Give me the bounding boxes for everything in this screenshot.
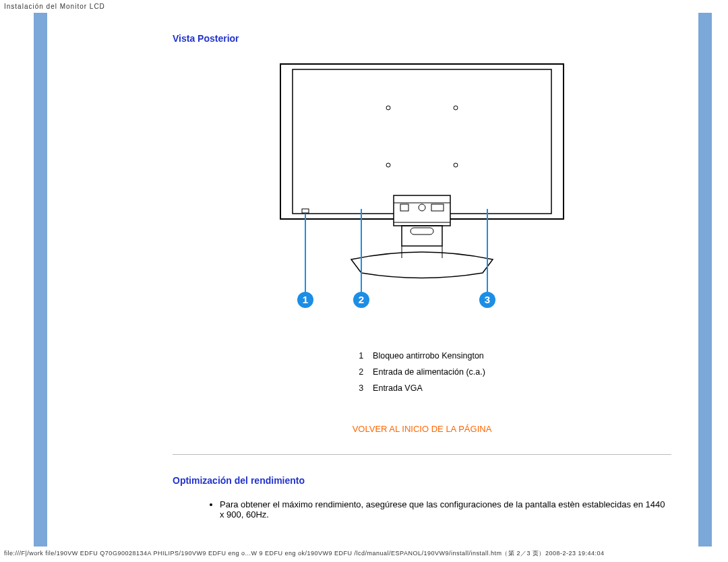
right-blue-bar xyxy=(698,13,712,547)
legend-table: 1 Bloqueo antirrobo Kensington 2 Entrada… xyxy=(353,347,491,397)
svg-point-4 xyxy=(386,163,390,167)
legend-text: Entrada de alimentación (c.a.) xyxy=(369,365,489,379)
left-blue-bar xyxy=(34,13,47,547)
list-item: Para obtener el máximo rendimiento, aseg… xyxy=(220,499,671,520)
legend-num: 3 xyxy=(355,381,367,396)
table-row: 1 Bloqueo antirrobo Kensington xyxy=(355,348,489,363)
svg-text:1: 1 xyxy=(303,294,308,305)
table-row: 3 Entrada VGA xyxy=(355,381,489,396)
left-margin xyxy=(0,13,34,547)
return-to-top-link[interactable]: VOLVER AL INICIO DE LA PÁGINA xyxy=(173,424,671,434)
svg-rect-13 xyxy=(411,228,433,235)
svg-point-5 xyxy=(454,163,458,167)
legend-text: Bloqueo antirrobo Kensington xyxy=(369,348,489,363)
left-gap xyxy=(47,13,173,547)
notes-list: Para obtener el máximo rendimiento, aseg… xyxy=(193,499,671,520)
right-margin xyxy=(712,13,728,547)
svg-rect-1 xyxy=(293,69,551,214)
monitor-rear-diagram: 1 2 3 xyxy=(240,57,604,327)
section-title-optimizacion: Optimización del rendimiento xyxy=(173,475,671,486)
page-header: Instalación del Monitor LCD xyxy=(0,0,728,13)
legend-num: 2 xyxy=(355,365,367,379)
svg-text:2: 2 xyxy=(359,294,364,305)
divider xyxy=(173,454,671,455)
section-title-vista-posterior: Vista Posterior xyxy=(173,33,671,44)
svg-rect-14 xyxy=(402,226,442,246)
page-body: Vista Posterior xyxy=(0,13,728,547)
legend-num: 1 xyxy=(355,348,367,363)
svg-point-2 xyxy=(386,106,390,110)
svg-point-3 xyxy=(454,106,458,110)
legend-text: Entrada VGA xyxy=(369,381,489,396)
content-area: Vista Posterior xyxy=(173,13,698,547)
table-row: 2 Entrada de alimentación (c.a.) xyxy=(355,365,489,379)
svg-rect-6 xyxy=(302,209,309,213)
svg-text:3: 3 xyxy=(485,294,490,305)
footer-path: file:///F|/work file/190VW EDFU Q70G9002… xyxy=(0,547,728,561)
